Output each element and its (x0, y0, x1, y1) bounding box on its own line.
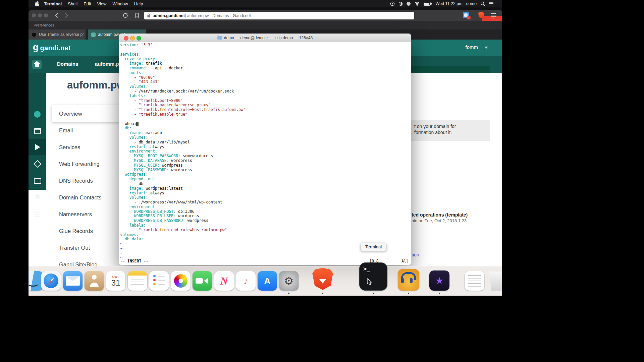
sidebar-item-transfer-out[interactable]: Transfer Out (52, 239, 123, 256)
extension-icon[interactable]: 2 (463, 12, 469, 18)
reminders-dock-icon[interactable] (149, 271, 169, 291)
menu-view[interactable]: View (97, 1, 107, 6)
screen-recording-icon[interactable] (390, 1, 395, 6)
window-icon[interactable] (34, 128, 41, 134)
sidebar-item-domain-contacts[interactable]: Domain Contacts (52, 189, 123, 206)
notes-dock-icon[interactable] (128, 271, 147, 291)
photos-dock-icon[interactable] (171, 271, 191, 291)
calendar-dock-icon[interactable]: OCT31 (106, 271, 125, 291)
notification-center-icon[interactable] (489, 2, 493, 6)
terminal-minimize-button[interactable] (130, 36, 135, 41)
browser-close-button[interactable] (32, 13, 36, 17)
music-dock-icon[interactable]: ♪ (236, 271, 256, 291)
apple-menu-icon[interactable] (35, 1, 39, 6)
bookmarks-strip: Preferences (29, 21, 502, 29)
music-glyph: ♪ (244, 276, 248, 286)
home-icon[interactable] (32, 60, 42, 69)
dock-tooltip: Terminal (361, 243, 386, 251)
menubar-user[interactable]: demo (466, 1, 477, 6)
terminal-dock-icon[interactable]: >_ (359, 262, 387, 291)
imovie-glyph: ★ (435, 275, 443, 286)
sidebar-item-glue-records[interactable]: Glue Records (52, 223, 123, 239)
facetime-dock-icon[interactable] (193, 271, 212, 291)
gandi-logo[interactable]: g gandi.net (33, 42, 71, 53)
browser-tab-1[interactable]: Use Traefik as reverse pr (29, 29, 86, 40)
menubar-clock[interactable]: Wed 11:22 pm (436, 1, 463, 6)
status-circle-icon[interactable] (407, 2, 411, 6)
sidebar-item-services[interactable]: Services (52, 139, 123, 156)
play-icon[interactable] (35, 144, 40, 150)
diamond-icon[interactable] (34, 160, 42, 168)
running-indicator (322, 293, 323, 294)
browser-menu-icon[interactable] (491, 13, 496, 17)
sidebar-item-web-forwarding[interactable]: Web Forwarding (52, 156, 123, 172)
menu-edit[interactable]: Edit (84, 1, 91, 6)
sysprefs-dock-icon[interactable]: ⚙ (279, 271, 299, 291)
breadcrumb-domains[interactable]: Domains (57, 61, 78, 67)
dock: OCT31N♪A⚙>_★ (29, 266, 502, 296)
chevron-down-icon[interactable] (485, 47, 488, 49)
back-button[interactable] (53, 12, 60, 19)
imovie-dock-icon[interactable]: ★ (429, 270, 449, 291)
globe-icon[interactable] (34, 111, 41, 118)
terminal-proxy-icon (217, 36, 222, 40)
sidebar-item-nameservers[interactable]: Nameservers (52, 206, 123, 223)
card-icon[interactable] (34, 178, 41, 184)
breadcrumb-domain-name[interactable]: aufomm.pw (95, 61, 123, 67)
mouse-cursor (367, 278, 373, 287)
news-dock-icon[interactable]: N (214, 271, 234, 291)
menu-bar: Terminal ShellEditViewWindowHelp Wed 11:… (29, 0, 502, 7)
account-menu[interactable]: fomm (466, 44, 478, 50)
reload-button[interactable] (122, 12, 129, 19)
sysprefs-glyph: ⚙ (284, 275, 294, 287)
info-card-line1: t on your domain for (414, 123, 490, 129)
wifi-icon[interactable] (414, 2, 420, 6)
finder-dock-icon[interactable] (29, 271, 43, 291)
url-bar[interactable]: admin.gandi.net | aufomm.pw - Domains - … (144, 12, 414, 19)
terminal-content[interactable]: version: '3.3' services: reverse-proxy: … (119, 43, 411, 265)
icon-sidebar (29, 73, 46, 190)
status-pie-icon[interactable] (398, 2, 403, 6)
url-page-title: | aufomm.pw - Domains - Gandi.net (185, 13, 251, 18)
sidebar-item-dns-records[interactable]: DNS Records (52, 172, 123, 189)
mail-dock-icon[interactable] (63, 271, 83, 291)
page-link-fragment[interactable]: tion (412, 252, 419, 257)
browser-minimize-button[interactable] (38, 13, 42, 17)
page-title: aufomm.pw (67, 79, 125, 91)
extension-badge: 2 (467, 16, 471, 19)
asterisk-icon[interactable] (37, 194, 38, 199)
domain-menu: OverviewEmailServicesWeb ForwardingDNS R… (52, 105, 123, 273)
sidebar-item-overview[interactable]: Overview (52, 105, 123, 122)
running-indicator (439, 293, 440, 294)
bookmark-icon[interactable] (133, 12, 141, 19)
terminal-close-button[interactable] (124, 36, 128, 41)
browser-zoom-button[interactable] (44, 13, 48, 17)
safari-dock-icon[interactable] (41, 271, 61, 291)
sidebar-item-email[interactable]: Email (52, 122, 123, 139)
forward-button[interactable] (63, 12, 70, 19)
app-menu-terminal[interactable]: Terminal (44, 1, 62, 6)
vim-scroll-indicator: All (401, 259, 409, 263)
menu-help[interactable]: Help (134, 1, 143, 6)
appstore-glyph: A (264, 276, 271, 286)
textedit-dock-icon[interactable] (465, 271, 484, 291)
spotlight-icon[interactable] (480, 1, 485, 6)
terminal-titlebar: demo — demo@demo: ~ — ssh demo — 126×48 (119, 34, 411, 42)
info-card-fragment: t on your domain for formation about it. (411, 120, 490, 141)
audacity-dock-icon[interactable] (398, 269, 419, 291)
hamburger-icon[interactable] (34, 212, 40, 213)
gandi-logo-text: gandi.net (40, 44, 71, 52)
battery-icon[interactable] (424, 2, 432, 6)
url-host: admin.gandi.net (153, 13, 185, 18)
preferences-label[interactable]: Preferences (34, 23, 54, 27)
appstore-dock-icon[interactable]: A (258, 271, 277, 291)
notification-strip (408, 66, 490, 73)
contacts-dock-icon[interactable] (85, 271, 104, 291)
menu-window[interactable]: Window (113, 1, 128, 6)
brave-dock-icon[interactable] (311, 267, 334, 291)
trash-dock-icon[interactable] (487, 271, 502, 291)
terminal-glyph: >_ (363, 265, 370, 272)
menu-shell[interactable]: Shell (68, 1, 77, 6)
terminal-zoom-button[interactable] (137, 36, 141, 41)
lock-icon (147, 13, 151, 18)
